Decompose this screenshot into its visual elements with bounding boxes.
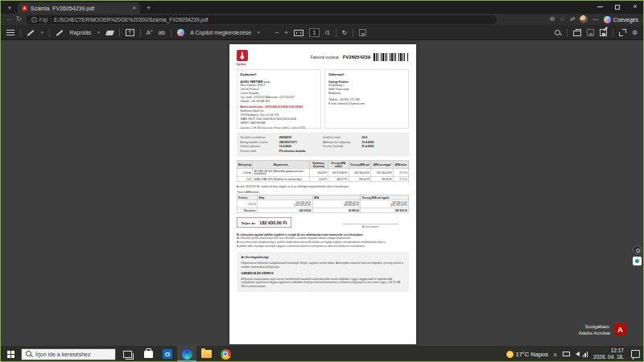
adobe-acrobat-icon[interactable]: A bbox=[614, 323, 626, 335]
search-icon bbox=[26, 351, 32, 357]
url-text: E:/SCHECTER/MOOER%20GE%20300/Számla_FV26… bbox=[54, 17, 208, 23]
eraser-tool-icon[interactable] bbox=[105, 31, 114, 35]
chevron-down-icon: ▼ bbox=[7, 6, 12, 10]
cell: 182 340,00 Ft bbox=[349, 168, 371, 176]
col-vat-rate: ÁFA kulcs bbox=[394, 161, 409, 169]
settings-gear-icon[interactable]: ⚙ bbox=[632, 29, 638, 36]
vat-breakdown-label: Tételes ÁFA bontás: bbox=[237, 190, 409, 193]
speaker-icon[interactable] bbox=[573, 352, 580, 356]
kytary-guitar-icon bbox=[237, 50, 248, 61]
collections-icon[interactable]: ⇄ bbox=[570, 16, 575, 23]
page-number-input[interactable]: 1 bbox=[309, 28, 320, 37]
chevron-down-icon[interactable]: ▼ bbox=[257, 31, 260, 35]
fit-to-width-icon[interactable] bbox=[294, 30, 303, 36]
task-view-button[interactable] bbox=[123, 351, 132, 358]
supplier-registry-line: Zapsána v OR: Městský soud v Praze, oddí… bbox=[241, 126, 318, 130]
pdf-viewport[interactable]: kytary Faktúra vydaná: FV26054239 Dodáva… bbox=[0, 40, 644, 346]
zoom-in-button[interactable]: + bbox=[284, 29, 287, 36]
window-minimize-button[interactable] bbox=[591, 0, 609, 14]
tab-search-button[interactable]: ▼ bbox=[3, 2, 16, 13]
window-close-button[interactable]: × bbox=[626, 0, 644, 14]
extension-icon[interactable]: — bbox=[592, 16, 599, 23]
divider bbox=[336, 29, 336, 37]
taskbar-search-input[interactable]: Írjon ide a kereséshez bbox=[21, 348, 116, 360]
display-tray-icon[interactable] bbox=[563, 352, 570, 356]
tab-close-icon[interactable]: × bbox=[132, 5, 136, 11]
copilot-icon[interactable] bbox=[177, 29, 184, 36]
cell: 1,00 bbox=[237, 176, 252, 182]
signature-label: Az árut átvette bbox=[342, 224, 398, 228]
cell: 43,00 Ft bbox=[309, 168, 328, 176]
widget-settings-icon[interactable] bbox=[633, 245, 642, 254]
store-icon bbox=[144, 351, 153, 358]
zoom-out-button[interactable]: − bbox=[275, 29, 279, 36]
read-aloud-icon[interactable]: A° bbox=[147, 29, 153, 36]
page-view-icon[interactable] bbox=[359, 29, 366, 36]
save-as-icon[interactable] bbox=[600, 29, 607, 36]
refresh-icon[interactable]: ↻ bbox=[16, 16, 22, 23]
fullscreen-icon[interactable] bbox=[619, 29, 626, 36]
start-button[interactable] bbox=[0, 346, 21, 362]
window-maximize-button[interactable] bbox=[609, 0, 626, 14]
system-tray bbox=[563, 352, 588, 357]
taskbar-clock[interactable]: 12:17 2026. 04. 18. bbox=[593, 348, 624, 360]
cell: 182 930,00 Ft (182 930,00 Ft) bbox=[361, 200, 409, 208]
favorites-star-icon[interactable]: ☆ bbox=[559, 16, 565, 23]
weather-widget[interactable]: 17°C Napos bbox=[506, 351, 549, 358]
save-icon[interactable] bbox=[587, 29, 594, 36]
invoice-document: kytary Faktúra vydaná: FV26054239 Dodáva… bbox=[229, 44, 416, 344]
minimize-icon bbox=[597, 6, 603, 7]
text-box-tool-icon[interactable]: T bbox=[126, 29, 134, 36]
pen-tool-icon[interactable] bbox=[27, 29, 35, 36]
supplier-heading: Dodávateľ: bbox=[241, 72, 318, 77]
taskbar-app-explorer[interactable] bbox=[196, 346, 216, 362]
windows-logo-icon bbox=[7, 351, 14, 358]
invoice-items-table: Mennyiség Megnevezés Újrahaszn. díj (net… bbox=[237, 160, 409, 182]
kytary-logo: kytary bbox=[237, 50, 249, 66]
action-center-button[interactable] bbox=[631, 350, 640, 358]
warranty-text: A Kytary.hu központjában saját szervizt … bbox=[242, 277, 405, 288]
tray-overflow-chevron[interactable]: ʌ bbox=[554, 352, 557, 357]
browser-tab[interactable]: A Számla_FV26054239.pdf × bbox=[18, 2, 140, 14]
back-icon[interactable]: ← bbox=[6, 16, 12, 23]
taskbar-app-edge[interactable] bbox=[177, 346, 196, 362]
cell: 38 890,60 Ft (38 890,60 Ft) bbox=[312, 200, 361, 208]
supplier-bank-line: SWIFT: UBRTHUHB bbox=[241, 121, 318, 125]
taskbar-app-outlook[interactable]: O bbox=[158, 346, 177, 362]
copilot-chat-button[interactable]: Csevegés bbox=[604, 16, 638, 23]
draw-tool-label[interactable]: Rajzolás bbox=[69, 30, 91, 35]
taskbar-app-chrome[interactable] bbox=[216, 346, 235, 362]
clock-date: 2026. 04. 18. bbox=[593, 354, 624, 360]
barcode bbox=[374, 53, 409, 61]
widget-extension-icon[interactable] bbox=[633, 257, 642, 265]
meta-label: Fizetési határidő: bbox=[323, 144, 361, 148]
translate-icon[interactable]: áb bbox=[159, 29, 165, 36]
chevron-down-icon[interactable]: ▼ bbox=[40, 31, 43, 35]
cell: 182 930,00 bbox=[361, 208, 409, 213]
maximize-icon bbox=[615, 5, 620, 10]
pdf-toolbar: ▼ Rajzolás ▼ T A° áb A Copilot megkérdez… bbox=[0, 25, 644, 40]
zoom-indicator-icon[interactable]: ⊖ bbox=[550, 16, 555, 23]
col-description: Megnevezés bbox=[253, 161, 309, 169]
divider bbox=[567, 29, 568, 37]
cell: MOOER GE 300 (Multieffekt gitárprocesszo… bbox=[253, 168, 309, 176]
search-icon[interactable] bbox=[555, 30, 561, 36]
draw-tool-icon[interactable] bbox=[56, 29, 64, 36]
ask-copilot-label[interactable]: A Copilot megkérdezése bbox=[190, 30, 251, 35]
network-signal-icon[interactable] bbox=[583, 352, 588, 357]
profile-avatar[interactable] bbox=[580, 15, 588, 23]
chevron-down-icon[interactable]: ▼ bbox=[97, 31, 100, 35]
toc-menu-icon[interactable] bbox=[6, 30, 14, 35]
new-tab-button[interactable]: + bbox=[147, 4, 151, 12]
satisfaction-title: Az Ön elégedettsége bbox=[242, 255, 405, 259]
customer-line: Maďarsko bbox=[328, 92, 406, 96]
print-icon[interactable] bbox=[573, 31, 581, 36]
acrobat-badge[interactable]: Szolgáltató: Adobe Acrobat A bbox=[579, 323, 626, 336]
folder-icon bbox=[201, 350, 212, 358]
warranty-title: GARANCIA ÉS SZERVIZ bbox=[242, 271, 405, 275]
rotate-icon[interactable]: ↻ bbox=[342, 29, 347, 36]
taskbar-app-store[interactable] bbox=[138, 346, 158, 362]
page-info-icon[interactable]: i bbox=[31, 17, 37, 23]
url-field[interactable]: i Fájl | E:/SCHECTER/MOOER%20GE%20300/Sz… bbox=[26, 15, 497, 24]
table-row: 1,00 SZÁLLÍTÁS GLS (Szállítás és utánvét… bbox=[237, 176, 409, 182]
